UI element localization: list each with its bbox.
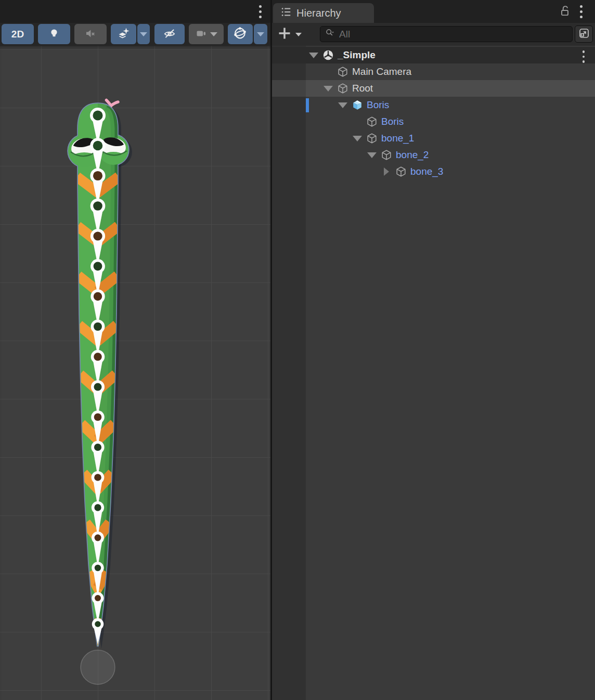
camera-icon [196, 27, 208, 42]
hierarchy-toolbar [272, 23, 595, 46]
foldout-collapsed-icon[interactable] [382, 167, 391, 176]
hierarchy-row-bone-3[interactable]: bone_3 [272, 163, 595, 180]
gameobject-cube-icon [366, 116, 378, 127]
hierarchy-row-boris-prefab[interactable]: Boris [272, 97, 595, 113]
hierarchy-row-bone-1[interactable]: bone_1 [272, 130, 595, 147]
hierarchy-panel: Hierarchy [272, 0, 595, 700]
scene-more-menu-icon[interactable] [583, 50, 585, 63]
gizmos-dropdown-button[interactable] [254, 24, 267, 44]
row-label: bone_3 [410, 166, 443, 177]
foldout-expanded-icon[interactable] [338, 102, 347, 108]
effects-dropdown-button[interactable] [137, 24, 150, 44]
expand-window-icon [578, 27, 590, 42]
foldout-expanded-icon[interactable] [309, 53, 318, 58]
search-icon[interactable] [325, 28, 336, 41]
audio-mute-icon [84, 27, 97, 42]
effects-icon [118, 27, 130, 42]
gameobject-cube-icon [366, 133, 378, 144]
gameobject-cube-icon [337, 83, 348, 94]
2d-mode-label: 2D [11, 29, 24, 40]
scene-lighting-button[interactable] [38, 24, 70, 44]
eye-slash-icon [163, 27, 176, 42]
scene-camera-button[interactable] [189, 24, 224, 44]
gameobject-cube-icon [337, 66, 348, 77]
scene-more-menu-icon[interactable] [259, 5, 262, 18]
unity-editor-window: 2D [0, 0, 595, 700]
chevron-down-icon [295, 33, 302, 36]
foldout-expanded-icon[interactable] [367, 152, 377, 158]
hierarchy-search[interactable] [320, 26, 573, 42]
gizmos-sphere-icon [233, 26, 248, 43]
scene-view-pane: 2D [0, 0, 270, 700]
row-label: Boris [381, 116, 404, 127]
hidden-objects-button[interactable] [154, 24, 185, 44]
prefab-cube-icon [352, 99, 363, 111]
chevron-down-icon [210, 32, 217, 36]
scene-view-header [0, 0, 270, 23]
gameobject-cube-icon [395, 166, 407, 177]
row-label: Main Camera [352, 66, 411, 77]
prefab-selection-bar [306, 98, 309, 112]
light-bulb-icon [48, 27, 60, 42]
unity-scene-icon [322, 49, 334, 61]
open-new-window-button[interactable] [575, 25, 593, 43]
scene-audio-button[interactable] [74, 24, 107, 44]
scene-viewport[interactable] [0, 46, 270, 700]
hierarchy-row-scene[interactable]: _Simple [272, 47, 595, 63]
hierarchy-list-icon [280, 6, 292, 20]
chevron-down-icon [257, 32, 264, 36]
tab-title: Hierarchy [296, 7, 341, 19]
hierarchy-tree: _Simple Main Camera Root [272, 46, 595, 700]
row-label: Root [352, 83, 373, 94]
hierarchy-row-root[interactable]: Root [272, 80, 595, 97]
hierarchy-row-bone-2[interactable]: bone_2 [272, 147, 595, 163]
boris-snake-sprite[interactable] [56, 96, 139, 686]
plus-icon [277, 26, 292, 43]
hierarchy-row-boris-child[interactable]: Boris [272, 113, 595, 130]
row-label: bone_2 [396, 149, 429, 161]
row-label: bone_1 [381, 133, 414, 144]
gameobject-cube-icon [381, 149, 392, 161]
tab-hierarchy[interactable]: Hierarchy [273, 3, 374, 23]
chevron-down-icon [140, 32, 147, 36]
row-label: Boris [367, 99, 389, 111]
pivot-circle-gizmo[interactable] [81, 650, 115, 684]
hierarchy-more-menu-icon[interactable] [580, 5, 583, 18]
effects-button[interactable] [111, 24, 136, 44]
create-object-button[interactable] [277, 26, 307, 43]
scene-view-toolbar: 2D [0, 23, 270, 46]
hierarchy-tabbar: Hierarchy [272, 0, 595, 23]
search-input[interactable] [339, 29, 568, 40]
gizmos-button[interactable] [228, 24, 253, 44]
foldout-expanded-icon[interactable] [324, 86, 333, 92]
2d-mode-button[interactable]: 2D [2, 24, 34, 44]
scene-name: _Simple [338, 49, 376, 61]
foldout-expanded-icon[interactable] [353, 136, 362, 141]
hierarchy-row-main-camera[interactable]: Main Camera [272, 63, 595, 80]
unlock-icon[interactable] [558, 4, 572, 20]
